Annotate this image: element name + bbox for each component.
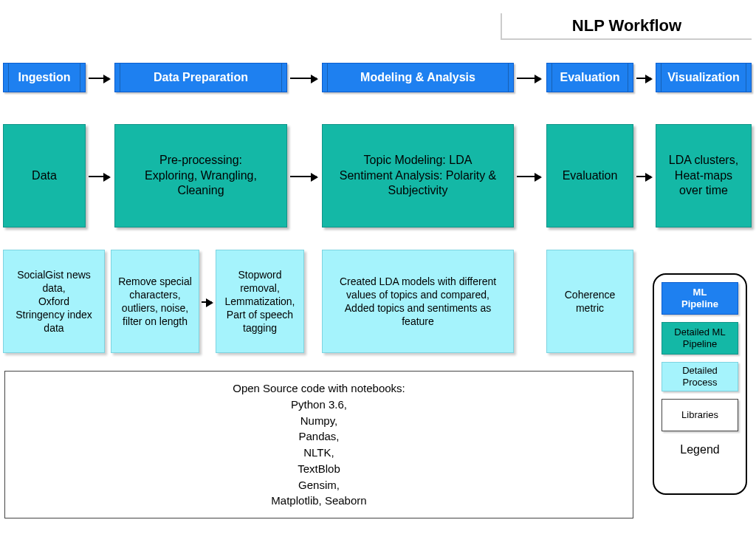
arrow-icon <box>89 176 109 177</box>
arrow-icon <box>290 78 317 79</box>
legend-caption: Legend <box>680 443 719 456</box>
arrow-icon <box>202 301 212 303</box>
arrow-icon <box>290 176 317 177</box>
teal-eval: Evaluation <box>546 124 633 227</box>
legend-libraries: Libraries <box>662 399 738 431</box>
legend-process: Detailed Process <box>662 362 738 391</box>
arrow-icon <box>636 176 651 177</box>
legend: ML Pipeline Detailed ML Pipeline Detaile… <box>653 273 747 495</box>
stage-modeling: Modeling & Analysis <box>322 63 514 92</box>
teal-viz: LDA clusters, Heat-maps over time <box>656 124 752 227</box>
cyan-coherence: Coherence metric <box>546 250 633 353</box>
cyan-clean1: Remove special characters, outliers, noi… <box>111 250 199 353</box>
arrow-icon <box>517 176 540 177</box>
page-title: NLP Workflow <box>501 13 752 40</box>
arrow-icon <box>89 78 109 79</box>
arrow-icon <box>517 78 540 79</box>
teal-preproc: Pre-processing: Exploring, Wrangling, Cl… <box>114 124 287 227</box>
libraries-box: Open Source code with notebooks: Python … <box>4 371 633 518</box>
cyan-sources: SocialGist news data, Oxford Stringency … <box>3 250 105 353</box>
legend-detailed-ml: Detailed ML Pipeline <box>662 322 738 355</box>
cyan-clean2: Stopword removal, Lemmatization, Part of… <box>216 250 304 353</box>
stage-evaluation: Evaluation <box>546 63 633 92</box>
stage-visualization: Visualization <box>656 63 752 92</box>
stage-ingestion: Ingestion <box>3 63 86 92</box>
teal-model: Topic Modeling: LDA Sentiment Analysis: … <box>322 124 514 227</box>
cyan-lda: Created LDA models with different values… <box>322 250 514 353</box>
legend-ml: ML Pipeline <box>662 282 738 315</box>
arrow-icon <box>636 78 651 79</box>
teal-data: Data <box>3 124 86 227</box>
stage-data-prep: Data Preparation <box>114 63 287 92</box>
